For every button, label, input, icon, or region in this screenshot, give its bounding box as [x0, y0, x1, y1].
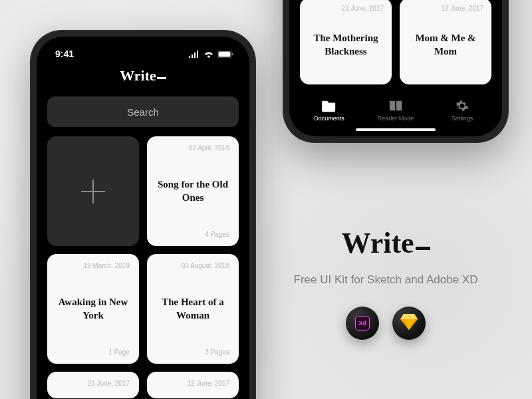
cursor-icon — [416, 247, 430, 250]
promo-subtitle: Free UI Kit for Sketch and Adobe XD — [279, 273, 492, 287]
document-card[interactable]: 03 August, 2018 The Heart of a Woman 3 P… — [147, 254, 239, 364]
document-card[interactable]: 21 June, 2017 The Mothering Blackness — [300, 0, 392, 84]
card-pages: 3 Pages — [156, 348, 229, 356]
phone-right-screen: 1 Page 3 Pages 21 June, 2017 The Motheri… — [289, 0, 502, 136]
search-placeholder: Search — [127, 106, 159, 118]
notch — [93, 37, 193, 53]
tab-settings[interactable]: Settings — [429, 99, 495, 122]
document-card[interactable]: 21 June, 2017 — [47, 372, 139, 398]
folder-icon — [322, 99, 336, 112]
sketch-icon[interactable] — [392, 307, 426, 340]
card-title: Awaking in New York — [57, 296, 130, 322]
tab-label: Settings — [452, 115, 473, 122]
svg-rect-2 — [232, 53, 233, 55]
wifi-icon — [203, 51, 214, 58]
card-date: 02 April, 2019 — [156, 144, 229, 152]
card-date: 03 August, 2018 — [156, 262, 229, 269]
tab-reader-mode[interactable]: Reader Mode — [362, 99, 429, 122]
status-time: 9:41 — [55, 49, 74, 59]
status-indicators — [189, 51, 233, 58]
document-card[interactable]: 19 March, 2019 Awaking in New York 1 Pag… — [47, 254, 139, 364]
sketch-glyph — [400, 314, 418, 332]
card-date: 19 March, 2019 — [57, 262, 130, 269]
cursor-icon — [157, 77, 166, 79]
card-title: Song for the Old Ones — [156, 178, 229, 204]
promo-logo: Write — [279, 226, 492, 260]
card-date: 21 June, 2017 — [57, 380, 130, 387]
svg-rect-3 — [390, 101, 395, 111]
documents-grid: 02 April, 2019 Song for the Old Ones 4 P… — [37, 136, 249, 398]
document-card[interactable]: 12 June, 2017 — [147, 372, 239, 398]
phone-left: 9:41 Write Search 02 April, 2019 Song fo… — [30, 30, 256, 399]
document-card[interactable]: 12 June, 2017 Mom & Me & Mom — [400, 0, 491, 84]
tab-bar: Documents Reader Mode Settings — [289, 94, 502, 126]
card-pages: 4 Pages — [156, 231, 229, 238]
phone-left-screen: 9:41 Write Search 02 April, 2019 Song fo… — [37, 37, 249, 399]
app-icons-row: Xd — [279, 307, 492, 340]
adobe-xd-icon[interactable]: Xd — [346, 307, 379, 340]
reader-icon — [388, 99, 403, 112]
card-date: 21 June, 2017 — [308, 5, 384, 12]
battery-icon — [217, 51, 233, 58]
card-title: The Heart of a Woman — [156, 296, 229, 322]
tab-label: Reader Mode — [378, 115, 414, 122]
promo-area: Write Free UI Kit for Sketch and Adobe X… — [279, 226, 492, 340]
home-indicator[interactable] — [356, 128, 436, 131]
new-document-button[interactable] — [47, 136, 139, 246]
promo-logo-text: Write — [341, 227, 414, 259]
signal-icon — [189, 51, 200, 58]
card-date: 12 June, 2017 — [156, 380, 229, 387]
card-title: Mom & Me & Mom — [408, 32, 483, 58]
plus-icon — [81, 180, 105, 203]
card-pages: 1 Page — [57, 348, 130, 356]
tab-documents[interactable]: Documents — [296, 99, 362, 122]
card-date: 12 June, 2017 — [408, 5, 483, 12]
xd-glyph: Xd — [355, 316, 370, 331]
phone-right: 1 Page 3 Pages 21 June, 2017 The Motheri… — [283, 0, 509, 143]
document-card[interactable]: 02 April, 2019 Song for the Old Ones 4 P… — [147, 136, 239, 246]
svg-rect-4 — [396, 101, 402, 111]
search-input[interactable]: Search — [47, 96, 239, 127]
app-title: Write — [37, 67, 249, 84]
tab-label: Documents — [314, 115, 344, 122]
app-title-text: Write — [120, 67, 156, 84]
card-title: The Mothering Blackness — [308, 32, 384, 58]
svg-rect-1 — [219, 51, 231, 57]
documents-grid-2: 1 Page 3 Pages 21 June, 2017 The Motheri… — [289, 0, 502, 94]
gear-icon — [455, 99, 469, 112]
